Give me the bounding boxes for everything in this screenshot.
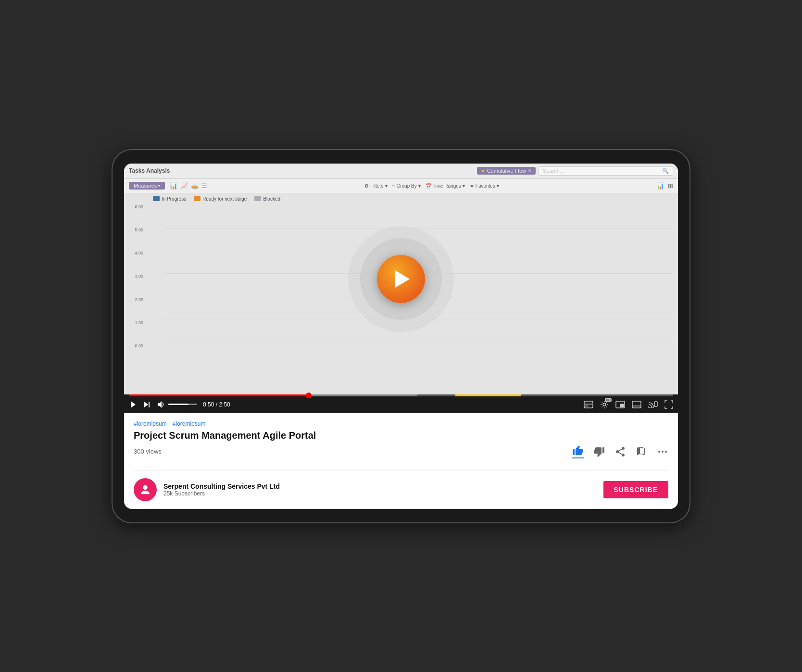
volume-control[interactable]: [157, 400, 197, 409]
svg-marker-1: [144, 402, 148, 407]
like-icon: [572, 445, 584, 456]
volume-fill: [168, 404, 188, 405]
more-icon: [657, 446, 668, 457]
video-info: #loremipsum #loremipsum Project Scrum Ma…: [124, 413, 678, 470]
chart-ui: Tasks Analysis ★ Cumulative Flow ✕ Searc…: [124, 164, 678, 394]
volume-icon: [157, 400, 165, 409]
play-overlay[interactable]: [124, 164, 678, 394]
play-triangle-icon: [395, 270, 410, 288]
save-icon: [636, 446, 647, 457]
play-pause-button[interactable]: [129, 400, 138, 409]
svg-point-13: [658, 451, 660, 453]
action-buttons: [572, 445, 668, 458]
cast-button[interactable]: [648, 401, 658, 408]
progress-dot[interactable]: [306, 393, 312, 398]
hd-badge: HD: [605, 398, 612, 402]
svg-marker-0: [131, 401, 136, 408]
svg-marker-3: [158, 401, 162, 408]
views-count: 300 views: [134, 448, 162, 455]
svg-rect-12: [654, 402, 657, 406]
video-content: Tasks Analysis ★ Cumulative Flow ✕ Searc…: [124, 164, 678, 394]
hashtag-1[interactable]: #loremipsum: [134, 420, 167, 427]
tablet-screen: Tasks Analysis ★ Cumulative Flow ✕ Searc…: [124, 164, 678, 509]
svg-rect-2: [149, 402, 150, 407]
time-current: 0:50: [203, 401, 214, 408]
channel-left: Serpent Consulting Services Pvt Ltd 25k …: [134, 478, 280, 501]
channel-subs: 25k Subscribers: [163, 490, 280, 497]
progress-buffered: [309, 394, 417, 396]
svg-point-15: [665, 451, 667, 453]
time-total: 2:50: [219, 401, 230, 408]
like-underline: [572, 457, 584, 458]
share-icon: [614, 446, 626, 457]
share-button[interactable]: [614, 446, 626, 457]
channel-info: Serpent Consulting Services Pvt Ltd 25k …: [163, 482, 280, 497]
time-display: 0:50 / 2:50: [203, 401, 230, 408]
play-rings: [348, 226, 454, 332]
views-actions-row: 300 views: [134, 445, 668, 464]
channel-name: Serpent Consulting Services Pvt Ltd: [163, 482, 280, 490]
video-controls: 0:50 / 2:50: [124, 394, 678, 413]
hashtag-2[interactable]: #loremipsum: [173, 420, 206, 427]
channel-row: Serpent Consulting Services Pvt Ltd 25k …: [124, 470, 678, 509]
progress-bar[interactable]: [129, 394, 673, 396]
subscribe-button[interactable]: SUBSCRIBE: [603, 481, 668, 498]
hashtags: #loremipsum #loremipsum: [134, 420, 668, 427]
svg-point-7: [603, 403, 606, 406]
progress-chapter: [455, 394, 521, 396]
like-button[interactable]: [572, 445, 584, 458]
controls-row: 0:50 / 2:50: [129, 400, 673, 409]
next-button[interactable]: [143, 401, 151, 408]
avatar-person-icon: [138, 483, 152, 496]
play-button[interactable]: [377, 255, 425, 303]
progress-played: [129, 394, 309, 396]
dislike-button[interactable]: [593, 446, 605, 457]
svg-point-16: [143, 485, 147, 489]
fullscreen-button[interactable]: [664, 400, 673, 409]
channel-avatar[interactable]: [134, 478, 157, 501]
save-button[interactable]: [636, 446, 647, 457]
svg-point-14: [662, 451, 664, 453]
theatre-mode-button[interactable]: [632, 401, 641, 408]
settings-button[interactable]: HD: [600, 400, 609, 409]
subtitles-button[interactable]: [584, 401, 593, 408]
video-title: Project Scrum Management Agile Portal: [134, 430, 668, 441]
controls-left: 0:50 / 2:50: [129, 400, 230, 409]
video-player: Tasks Analysis ★ Cumulative Flow ✕ Searc…: [124, 164, 678, 413]
svg-rect-4: [584, 401, 593, 408]
tablet-frame: Tasks Analysis ★ Cumulative Flow ✕ Searc…: [113, 150, 689, 522]
controls-right: HD: [584, 400, 673, 409]
miniplayer-button[interactable]: [615, 401, 625, 408]
svg-rect-9: [620, 404, 624, 407]
volume-bar[interactable]: [168, 404, 197, 405]
svg-rect-10: [632, 401, 641, 408]
dislike-icon: [593, 446, 605, 457]
more-button[interactable]: [657, 446, 668, 457]
